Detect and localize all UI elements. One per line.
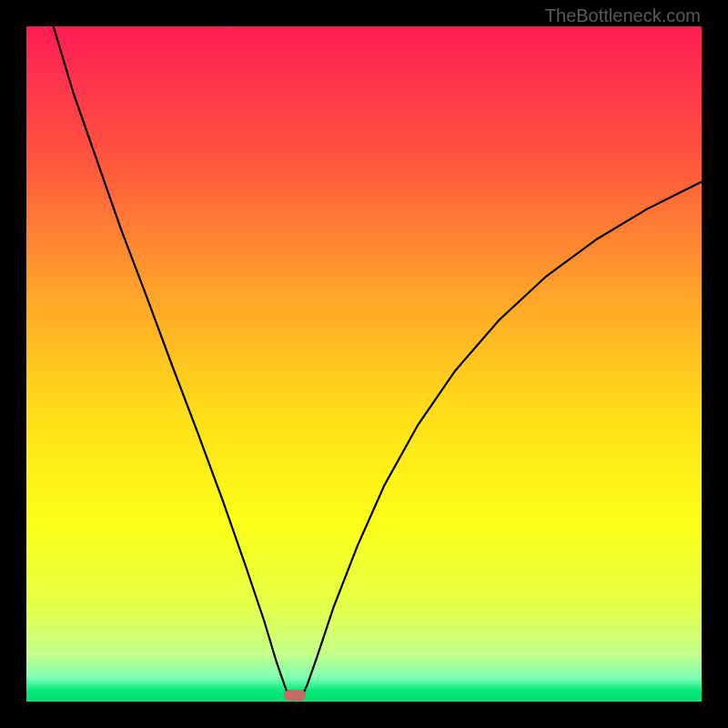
watermark-text: TheBottleneck.com bbox=[545, 5, 701, 26]
plot-area bbox=[26, 26, 702, 702]
chart-frame: TheBottleneck.com bbox=[0, 0, 728, 728]
minimum-marker bbox=[284, 690, 306, 701]
curve-layer bbox=[26, 26, 702, 702]
bottleneck-curve bbox=[54, 26, 702, 696]
